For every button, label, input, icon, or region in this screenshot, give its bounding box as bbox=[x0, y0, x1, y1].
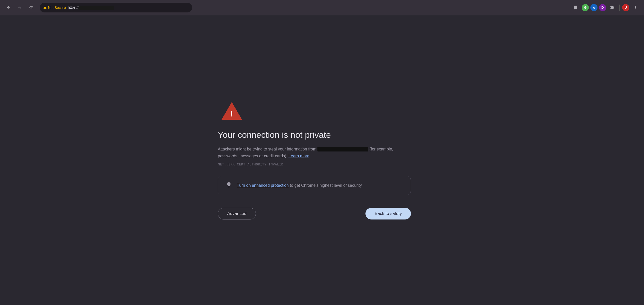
forward-button[interactable] bbox=[15, 3, 24, 12]
warning-triangle-icon: ! bbox=[220, 101, 243, 121]
address-bar[interactable]: Not Secure https:// bbox=[40, 3, 192, 12]
protection-box: Turn on enhanced protection to get Chrom… bbox=[218, 176, 411, 195]
more-menu-button[interactable] bbox=[631, 3, 640, 12]
enhanced-protection-link[interactable]: Turn on enhanced protection bbox=[237, 183, 289, 188]
browser-toolbar: Not Secure https:// G A D U bbox=[0, 0, 644, 15]
learn-more-link[interactable]: Learn more bbox=[288, 154, 309, 158]
page-content: ! Your connection is not private Attacke… bbox=[0, 15, 644, 305]
user-avatar[interactable]: U bbox=[622, 4, 629, 11]
url-display: https:// bbox=[68, 5, 189, 10]
svg-text:!: ! bbox=[231, 109, 233, 118]
redacted-domain bbox=[317, 147, 368, 151]
toolbar-divider bbox=[619, 5, 620, 11]
extension-d[interactable]: D bbox=[599, 4, 606, 11]
extensions-button[interactable] bbox=[608, 3, 617, 12]
error-title: Your connection is not private bbox=[218, 130, 331, 140]
error-container: ! Your connection is not private Attacke… bbox=[218, 101, 426, 219]
toolbar-actions: G A D U bbox=[571, 3, 640, 12]
warning-icon-container: ! bbox=[220, 101, 243, 122]
error-description: Attackers might be trying to steal your … bbox=[218, 146, 411, 159]
not-secure-label: Not Secure bbox=[48, 6, 66, 10]
advanced-button[interactable]: Advanced bbox=[218, 208, 256, 219]
security-warning-icon: Not Secure bbox=[43, 6, 66, 10]
grammarly-extension[interactable]: G bbox=[582, 4, 589, 11]
bookmark-button[interactable] bbox=[571, 3, 580, 12]
extension-a[interactable]: A bbox=[590, 4, 597, 11]
reload-button[interactable] bbox=[26, 3, 36, 12]
back-button[interactable] bbox=[4, 3, 13, 12]
button-row: Advanced Back to safety bbox=[218, 208, 411, 219]
back-to-safety-button[interactable]: Back to safety bbox=[365, 208, 411, 219]
error-code: NET::ERR_CERT_AUTHORITY_INVALID bbox=[218, 162, 283, 166]
protection-text: Turn on enhanced protection to get Chrom… bbox=[237, 182, 362, 189]
lightbulb-icon bbox=[226, 182, 232, 189]
